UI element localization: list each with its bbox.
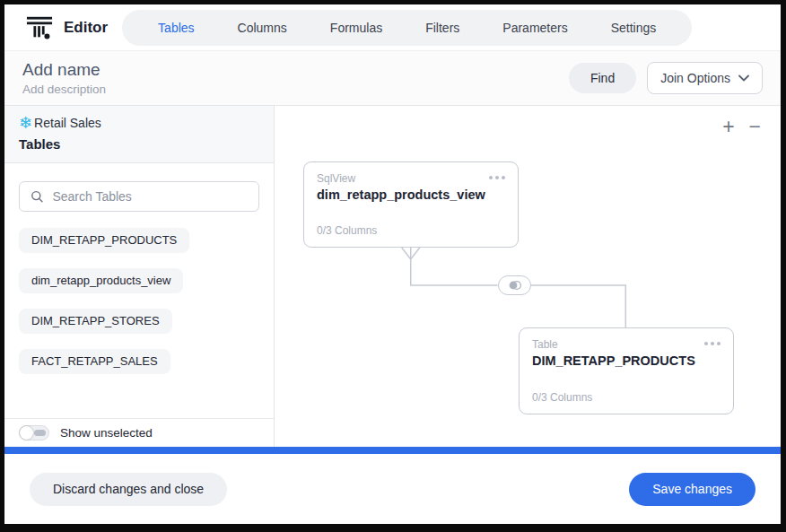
node-type-label: Table [532,338,558,351]
table-chip-fact-retapp-sales[interactable]: FACT_RETAPP_SALES [19,349,170,374]
editor-tabbar: Tables Columns Formulas Filters Paramete… [122,10,692,46]
table-list: DIM_RETAPP_PRODUCTS dim_retapp_products_… [4,224,274,418]
find-button[interactable]: Find [569,63,636,93]
source-header: ❄ Retail Sales Tables [4,106,274,163]
source-name: Retail Sales [34,116,101,130]
tab-settings[interactable]: Settings [591,10,677,46]
editor-window: Editor Tables Columns Formulas Filters P… [0,0,786,532]
node-menu-button[interactable] [704,338,720,345]
node-dim-retapp-products-view[interactable]: SqlView dim_retapp_products_view 0/3 Col… [303,161,519,248]
table-chip-dim-retapp-products-view[interactable]: dim_retapp_products_view [19,268,183,293]
join-options-button[interactable]: Join Options [647,62,763,94]
snowflake-icon: ❄ [19,115,32,131]
tab-columns[interactable]: Columns [218,10,307,46]
save-changes-button[interactable]: Save changes [629,473,755,506]
join-diagram-canvas[interactable]: + − SqlView dim_retapp_products_view 0/3… [275,106,781,447]
discard-changes-button[interactable]: Discard changes and close [30,473,227,506]
app-logo-icon [26,14,53,41]
venn-join-icon [507,280,523,291]
table-chip-dim-retapp-stores[interactable]: DIM_RETAPP_STORES [19,309,172,334]
node-dim-retapp-products[interactable]: Table DIM_RETAPP_PRODUCTS 0/3 Columns [519,327,734,414]
dataset-titles: Add name Add description [22,60,106,96]
top-header: Editor Tables Columns Formulas Filters P… [4,4,781,51]
chevron-down-icon [738,74,749,82]
search-tables-input[interactable] [52,189,248,204]
canvas-zoom-controls: + − [722,117,761,137]
node-columns-count: 0/3 Columns [317,224,505,237]
table-chip-dim-retapp-products[interactable]: DIM_RETAPP_PRODUCTS [19,228,189,253]
tables-sidebar: ❄ Retail Sales Tables DIM_RETAPP_PRODUCT… [4,106,275,447]
footer-actions: Discard changes and close Save changes [4,454,781,524]
app-title: Editor [64,19,108,37]
node-menu-button[interactable] [489,172,505,179]
dataset-description-field[interactable]: Add description [22,83,106,96]
join-options-label: Join Options [660,71,730,85]
show-unselected-label: Show unselected [60,426,153,440]
node-title: dim_retapp_products_view [317,188,505,202]
tab-parameters[interactable]: Parameters [483,10,587,46]
dataset-name-field[interactable]: Add name [22,60,106,80]
show-unselected-row: Show unselected [4,418,274,447]
tab-filters[interactable]: Filters [406,10,479,46]
dataset-toolbar: Add name Add description Find Join Optio… [4,51,781,106]
tab-tables[interactable]: Tables [138,10,214,46]
node-type-label: SqlView [317,172,355,185]
search-icon [31,189,43,204]
node-columns-count: 0/3 Columns [532,391,720,404]
node-title: DIM_RETAPP_PRODUCTS [532,353,720,368]
sidebar-section-title: Tables [19,136,259,152]
tab-formulas[interactable]: Formulas [310,10,402,46]
show-unselected-toggle[interactable] [19,425,49,440]
search-tables-box[interactable] [19,181,259,212]
zoom-in-button[interactable]: + [722,117,734,137]
zoom-out-button[interactable]: − [749,117,761,137]
accent-divider-bar [4,447,781,454]
join-type-button[interactable] [498,275,531,295]
